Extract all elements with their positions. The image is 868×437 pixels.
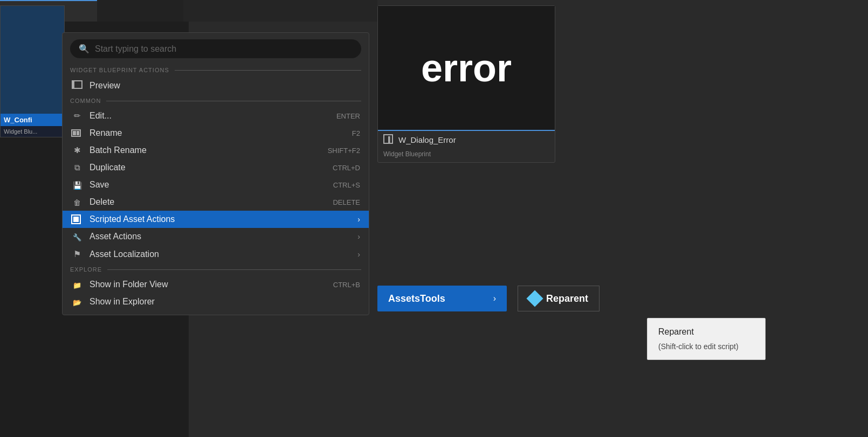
asset-card-error: error ▐ W_Dialog_Error Widget Blueprint	[377, 5, 555, 163]
folder-view-icon	[71, 280, 83, 289]
menu-item-show-folder-view[interactable]: Show in Folder View CTRL+B	[63, 276, 369, 293]
section-explore: EXPLORE	[63, 263, 369, 276]
menu-item-rename[interactable]: Rename F2	[63, 124, 369, 142]
section-divider-wba	[175, 70, 361, 71]
rename-label: Rename	[89, 128, 346, 138]
asset-localization-icon	[71, 249, 83, 259]
asset-type-error: Widget Blueprint	[378, 148, 555, 162]
reparent-tooltip: Reparent (Shift-click to edit script)	[647, 318, 766, 360]
section-divider-explore	[107, 269, 361, 270]
asset-card-header: ▐ W_Dialog_Error	[378, 130, 555, 148]
asset-card-left: W_Confi Widget Blu...	[0, 5, 65, 137]
preview-label: Preview	[89, 81, 360, 91]
context-menu: 🔍 Start typing to search WIDGET BLUEPRIN…	[62, 32, 369, 315]
edit-label: Edit...	[89, 111, 330, 121]
duplicate-shortcut: CTRL+D	[333, 164, 360, 172]
menu-item-edit[interactable]: Edit... ENTER	[63, 107, 369, 124]
search-bar[interactable]: 🔍 Start typing to search	[70, 39, 361, 58]
delete-label: Delete	[89, 197, 326, 207]
tab-inactive[interactable]	[97, 0, 183, 22]
batch-rename-shortcut: SHIFT+F2	[328, 147, 360, 155]
edit-shortcut: ENTER	[336, 112, 360, 120]
scripted-asset-actions-arrow: ›	[357, 215, 360, 224]
edit-icon	[71, 111, 83, 121]
section-common: COMMON	[63, 94, 369, 107]
menu-item-asset-actions[interactable]: Asset Actions ›	[63, 228, 369, 245]
menu-item-asset-localization[interactable]: Asset Localization ›	[63, 245, 369, 263]
asset-preview-left	[1, 6, 64, 114]
asset-name-left: W_Confi	[1, 114, 64, 126]
section-widget-blueprint-actions: WIDGET BLUEPRINT ACTIONS	[63, 64, 369, 77]
explorer-label: Show in Explorer	[89, 297, 360, 307]
preview-icon	[71, 80, 83, 91]
asset-type-left: Widget Blu...	[1, 126, 64, 137]
search-placeholder: Start typing to search	[95, 44, 176, 54]
batch-rename-label: Batch Rename	[89, 145, 321, 155]
scripted-asset-actions-label: Scripted Asset Actions	[89, 214, 347, 224]
tooltip-title: Reparent	[658, 327, 754, 337]
assets-tools-label: AssetsTools	[388, 293, 493, 304]
assets-tools-arrow: ›	[493, 294, 496, 303]
rename-shortcut: F2	[352, 129, 360, 137]
delete-icon	[71, 198, 83, 207]
explorer-icon	[71, 297, 83, 307]
menu-item-delete[interactable]: Delete DELETE	[63, 193, 369, 211]
menu-item-show-explorer[interactable]: Show in Explorer	[63, 293, 369, 310]
widget-blueprint-icon: ▐	[383, 134, 394, 145]
asset-name-error: W_Dialog_Error	[398, 135, 456, 144]
folder-view-shortcut: CTRL+B	[333, 281, 360, 289]
reparent-button[interactable]: Reparent	[518, 286, 600, 311]
section-divider-common	[106, 101, 361, 101]
menu-item-scripted-asset-actions[interactable]: Scripted Asset Actions ›	[63, 211, 369, 228]
tooltip-desc: (Shift-click to edit script)	[658, 342, 754, 351]
rename-icon	[71, 129, 83, 137]
asset-actions-arrow: ›	[357, 232, 360, 241]
menu-item-save[interactable]: Save CTRL+S	[63, 176, 369, 193]
reparent-diamond-icon	[526, 290, 543, 307]
section-title-common: COMMON	[70, 98, 101, 104]
duplicate-label: Duplicate	[89, 163, 326, 172]
asset-preview-error: error	[378, 6, 555, 130]
asset-actions-label: Asset Actions	[89, 232, 347, 241]
menu-item-preview[interactable]: Preview	[63, 77, 369, 94]
scripted-asset-actions-icon	[71, 214, 83, 224]
batch-rename-icon	[71, 145, 83, 155]
menu-item-batch-rename[interactable]: Batch Rename SHIFT+F2	[63, 142, 369, 159]
folder-view-label: Show in Folder View	[89, 280, 327, 289]
asset-localization-arrow: ›	[357, 250, 360, 259]
save-label: Save	[89, 180, 327, 190]
duplicate-icon	[71, 163, 83, 172]
submenu-assets-tools[interactable]: AssetsTools ›	[377, 286, 507, 311]
section-title-explore: EXPLORE	[70, 266, 102, 273]
reparent-label: Reparent	[546, 293, 588, 304]
asset-actions-icon	[71, 232, 83, 241]
error-text: error	[421, 46, 512, 90]
section-title-wba: WIDGET BLUEPRINT ACTIONS	[70, 67, 169, 73]
delete-shortcut: DELETE	[333, 198, 360, 206]
search-icon: 🔍	[79, 44, 89, 54]
save-icon	[71, 181, 83, 190]
menu-item-duplicate[interactable]: Duplicate CTRL+D	[63, 159, 369, 176]
asset-localization-label: Asset Localization	[89, 249, 347, 259]
save-shortcut: CTRL+S	[333, 181, 360, 189]
